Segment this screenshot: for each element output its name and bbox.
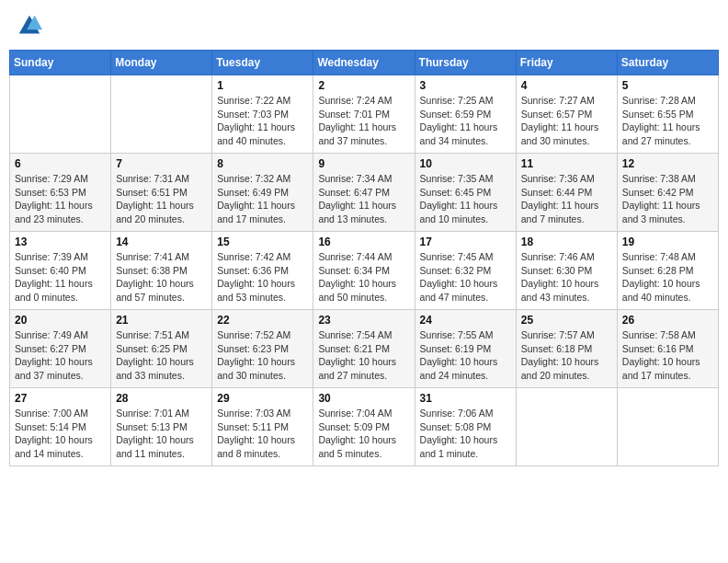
calendar-cell: 20Sunrise: 7:49 AM Sunset: 6:27 PM Dayli… xyxy=(10,310,111,388)
cell-day-number: 27 xyxy=(15,392,106,405)
calendar-cell: 13Sunrise: 7:39 AM Sunset: 6:40 PM Dayli… xyxy=(10,232,111,310)
cell-info-text: Sunrise: 7:03 AM Sunset: 5:11 PM Dayligh… xyxy=(217,407,308,461)
calendar-cell: 26Sunrise: 7:58 AM Sunset: 6:16 PM Dayli… xyxy=(617,310,718,388)
week-row-2: 6Sunrise: 7:29 AM Sunset: 6:53 PM Daylig… xyxy=(10,154,719,232)
calendar-cell: 5Sunrise: 7:28 AM Sunset: 6:55 PM Daylig… xyxy=(617,75,718,154)
calendar-cell: 17Sunrise: 7:45 AM Sunset: 6:32 PM Dayli… xyxy=(415,232,516,310)
cell-day-number: 5 xyxy=(622,79,713,92)
cell-day-number: 13 xyxy=(15,236,106,248)
cell-day-number: 17 xyxy=(420,236,511,248)
cell-day-number: 23 xyxy=(318,314,409,327)
calendar-cell: 29Sunrise: 7:03 AM Sunset: 5:11 PM Dayli… xyxy=(212,388,313,466)
cell-info-text: Sunrise: 7:25 AM Sunset: 6:59 PM Dayligh… xyxy=(420,94,511,148)
cell-info-text: Sunrise: 7:45 AM Sunset: 6:32 PM Dayligh… xyxy=(420,250,511,304)
calendar-cell: 12Sunrise: 7:38 AM Sunset: 6:42 PM Dayli… xyxy=(617,154,718,232)
cell-day-number: 20 xyxy=(15,314,106,327)
calendar-cell: 10Sunrise: 7:35 AM Sunset: 6:45 PM Dayli… xyxy=(415,154,516,232)
cell-day-number: 30 xyxy=(318,392,409,405)
page-header xyxy=(9,9,719,42)
calendar-cell: 27Sunrise: 7:00 AM Sunset: 5:14 PM Dayli… xyxy=(10,388,111,466)
cell-info-text: Sunrise: 7:24 AM Sunset: 7:01 PM Dayligh… xyxy=(318,94,409,148)
logo-icon xyxy=(17,13,42,39)
cell-day-number: 15 xyxy=(217,236,308,248)
cell-day-number: 22 xyxy=(217,314,308,327)
cell-info-text: Sunrise: 7:51 AM Sunset: 6:25 PM Dayligh… xyxy=(116,328,207,383)
weekday-header-row: SundayMondayTuesdayWednesdayThursdayFrid… xyxy=(10,51,719,75)
cell-day-number: 7 xyxy=(116,157,207,170)
cell-day-number: 11 xyxy=(521,157,612,170)
weekday-header-wednesday: Wednesday xyxy=(313,51,415,75)
calendar-cell: 15Sunrise: 7:42 AM Sunset: 6:36 PM Dayli… xyxy=(212,232,313,310)
calendar-cell: 22Sunrise: 7:52 AM Sunset: 6:23 PM Dayli… xyxy=(212,310,313,388)
cell-info-text: Sunrise: 7:04 AM Sunset: 5:09 PM Dayligh… xyxy=(318,407,409,461)
cell-info-text: Sunrise: 7:39 AM Sunset: 6:40 PM Dayligh… xyxy=(15,250,106,304)
cell-day-number: 2 xyxy=(318,79,409,92)
calendar-cell: 7Sunrise: 7:31 AM Sunset: 6:51 PM Daylig… xyxy=(111,154,212,232)
cell-info-text: Sunrise: 7:55 AM Sunset: 6:19 PM Dayligh… xyxy=(420,328,511,383)
cell-day-number: 24 xyxy=(420,314,511,327)
cell-day-number: 19 xyxy=(622,236,713,248)
calendar-cell: 1Sunrise: 7:22 AM Sunset: 7:03 PM Daylig… xyxy=(212,75,313,154)
calendar-cell: 3Sunrise: 7:25 AM Sunset: 6:59 PM Daylig… xyxy=(415,75,516,154)
cell-info-text: Sunrise: 7:22 AM Sunset: 7:03 PM Dayligh… xyxy=(217,94,308,148)
cell-info-text: Sunrise: 7:28 AM Sunset: 6:55 PM Dayligh… xyxy=(622,94,713,148)
cell-info-text: Sunrise: 7:46 AM Sunset: 6:30 PM Dayligh… xyxy=(521,250,612,304)
calendar-cell: 24Sunrise: 7:55 AM Sunset: 6:19 PM Dayli… xyxy=(415,310,516,388)
cell-day-number: 8 xyxy=(217,157,308,170)
weekday-header-friday: Friday xyxy=(516,51,617,75)
cell-info-text: Sunrise: 7:06 AM Sunset: 5:08 PM Dayligh… xyxy=(420,407,511,461)
cell-info-text: Sunrise: 7:52 AM Sunset: 6:23 PM Dayligh… xyxy=(217,328,308,383)
calendar-cell: 18Sunrise: 7:46 AM Sunset: 6:30 PM Dayli… xyxy=(516,232,617,310)
cell-info-text: Sunrise: 7:54 AM Sunset: 6:21 PM Dayligh… xyxy=(318,328,409,383)
calendar-cell: 9Sunrise: 7:34 AM Sunset: 6:47 PM Daylig… xyxy=(313,154,415,232)
cell-day-number: 18 xyxy=(521,236,612,248)
cell-info-text: Sunrise: 7:31 AM Sunset: 6:51 PM Dayligh… xyxy=(116,172,207,226)
cell-day-number: 14 xyxy=(116,236,207,248)
calendar-cell: 11Sunrise: 7:36 AM Sunset: 6:44 PM Dayli… xyxy=(516,154,617,232)
cell-info-text: Sunrise: 7:01 AM Sunset: 5:13 PM Dayligh… xyxy=(116,407,207,461)
cell-info-text: Sunrise: 7:58 AM Sunset: 6:16 PM Dayligh… xyxy=(622,328,713,383)
weekday-header-saturday: Saturday xyxy=(617,51,718,75)
cell-day-number: 9 xyxy=(318,157,409,170)
cell-info-text: Sunrise: 7:38 AM Sunset: 6:42 PM Dayligh… xyxy=(622,172,713,226)
calendar-cell: 2Sunrise: 7:24 AM Sunset: 7:01 PM Daylig… xyxy=(313,75,415,154)
calendar-cell: 4Sunrise: 7:27 AM Sunset: 6:57 PM Daylig… xyxy=(516,75,617,154)
calendar-cell xyxy=(111,75,212,154)
cell-day-number: 4 xyxy=(521,79,612,92)
week-row-3: 13Sunrise: 7:39 AM Sunset: 6:40 PM Dayli… xyxy=(10,232,719,310)
calendar-cell xyxy=(516,388,617,466)
calendar-cell: 31Sunrise: 7:06 AM Sunset: 5:08 PM Dayli… xyxy=(415,388,516,466)
calendar-cell xyxy=(10,75,111,154)
cell-info-text: Sunrise: 7:49 AM Sunset: 6:27 PM Dayligh… xyxy=(15,328,106,383)
calendar-cell: 8Sunrise: 7:32 AM Sunset: 6:49 PM Daylig… xyxy=(212,154,313,232)
cell-info-text: Sunrise: 7:44 AM Sunset: 6:34 PM Dayligh… xyxy=(318,250,409,304)
calendar-cell xyxy=(617,388,718,466)
calendar-cell: 21Sunrise: 7:51 AM Sunset: 6:25 PM Dayli… xyxy=(111,310,212,388)
cell-info-text: Sunrise: 7:29 AM Sunset: 6:53 PM Dayligh… xyxy=(15,172,106,226)
calendar-cell: 30Sunrise: 7:04 AM Sunset: 5:09 PM Dayli… xyxy=(313,388,415,466)
cell-info-text: Sunrise: 7:32 AM Sunset: 6:49 PM Dayligh… xyxy=(217,172,308,226)
weekday-header-monday: Monday xyxy=(111,51,212,75)
cell-day-number: 25 xyxy=(521,314,612,327)
cell-day-number: 10 xyxy=(420,157,511,170)
cell-day-number: 28 xyxy=(116,392,207,405)
cell-info-text: Sunrise: 7:36 AM Sunset: 6:44 PM Dayligh… xyxy=(521,172,612,226)
cell-info-text: Sunrise: 7:35 AM Sunset: 6:45 PM Dayligh… xyxy=(420,172,511,226)
cell-info-text: Sunrise: 7:48 AM Sunset: 6:28 PM Dayligh… xyxy=(622,250,713,304)
weekday-header-sunday: Sunday xyxy=(10,51,111,75)
cell-info-text: Sunrise: 7:27 AM Sunset: 6:57 PM Dayligh… xyxy=(521,94,612,148)
cell-day-number: 1 xyxy=(217,79,308,92)
cell-day-number: 29 xyxy=(217,392,308,405)
cell-info-text: Sunrise: 7:00 AM Sunset: 5:14 PM Dayligh… xyxy=(15,407,106,461)
calendar-cell: 28Sunrise: 7:01 AM Sunset: 5:13 PM Dayli… xyxy=(111,388,212,466)
cell-day-number: 16 xyxy=(318,236,409,248)
calendar-cell: 16Sunrise: 7:44 AM Sunset: 6:34 PM Dayli… xyxy=(313,232,415,310)
cell-day-number: 12 xyxy=(622,157,713,170)
cell-day-number: 6 xyxy=(15,157,106,170)
calendar-cell: 23Sunrise: 7:54 AM Sunset: 6:21 PM Dayli… xyxy=(313,310,415,388)
cell-day-number: 21 xyxy=(116,314,207,327)
calendar-cell: 6Sunrise: 7:29 AM Sunset: 6:53 PM Daylig… xyxy=(10,154,111,232)
cell-day-number: 26 xyxy=(622,314,713,327)
week-row-1: 1Sunrise: 7:22 AM Sunset: 7:03 PM Daylig… xyxy=(10,75,719,154)
cell-info-text: Sunrise: 7:41 AM Sunset: 6:38 PM Dayligh… xyxy=(116,250,207,304)
